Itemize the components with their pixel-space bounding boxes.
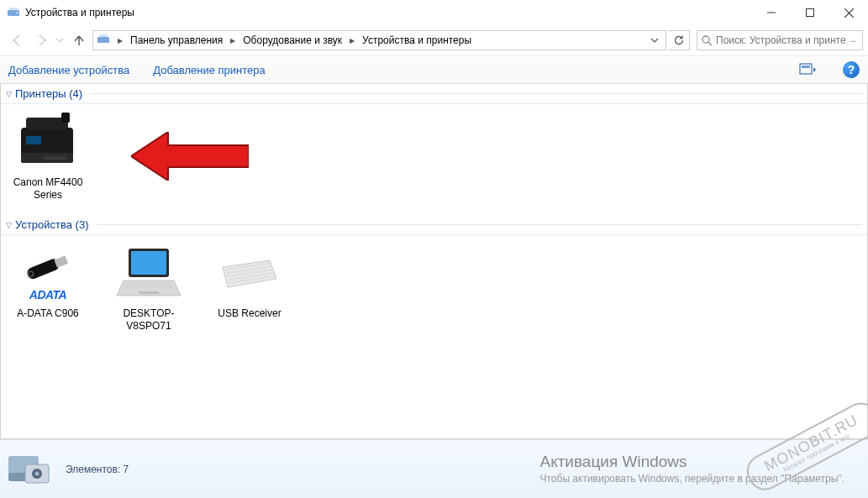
svg-rect-12: [802, 66, 810, 68]
breadcrumb-leaf[interactable]: Устройства и принтеры: [359, 31, 475, 50]
window-controls: [752, 0, 868, 25]
address-dropdown[interactable]: [645, 31, 664, 50]
annotation-arrow: [131, 132, 249, 181]
svg-rect-24: [131, 251, 166, 275]
search-box[interactable]: →: [697, 30, 863, 50]
up-button[interactable]: [67, 29, 91, 52]
maximize-button[interactable]: [791, 0, 829, 25]
command-bar: Добавление устройства Добавление принтер…: [0, 55, 868, 84]
search-input[interactable]: [716, 34, 847, 46]
printer-icon: [14, 113, 82, 173]
svg-point-9: [702, 36, 709, 43]
location-icon: [97, 33, 112, 48]
add-device-button[interactable]: Добавление устройства: [8, 64, 129, 76]
group-title: Принтеры (4): [15, 87, 82, 100]
svg-rect-17: [26, 136, 41, 144]
device-label: Canon MF4400 Series: [8, 176, 88, 202]
adata-logo: ADATA: [29, 288, 66, 301]
chevron-right-icon[interactable]: ▶: [113, 31, 127, 50]
group-header-devices[interactable]: ▽ Устройства (3): [1, 215, 867, 235]
svg-rect-25: [139, 291, 159, 294]
svg-rect-11: [800, 64, 812, 74]
chevron-right-icon[interactable]: ▶: [345, 31, 359, 50]
collapse-icon: ▽: [6, 90, 12, 98]
status-text: Элементов: 7: [66, 464, 129, 475]
device-label: A-DATA C906: [8, 307, 88, 320]
keyboard-icon: [216, 244, 283, 304]
svg-marker-19: [131, 132, 249, 181]
breadcrumb-root[interactable]: Панель управления: [127, 31, 226, 50]
svg-rect-4: [807, 9, 814, 17]
content-pane: ▽ Принтеры (4) Canon MF4400 Series: [0, 84, 868, 439]
usb-drive-icon: ADATA: [14, 244, 82, 304]
window-title: Устройства и принтеры: [25, 7, 752, 18]
group-body-printers: Canon MF4400 Series: [1, 104, 867, 215]
svg-rect-8: [99, 34, 108, 37]
device-item-desktop[interactable]: DESKTOP-V8SPO71: [108, 244, 189, 333]
svg-rect-7: [97, 37, 109, 43]
group-header-printers[interactable]: ▽ Принтеры (4): [1, 84, 867, 104]
view-options-button[interactable]: [797, 60, 819, 79]
device-label: USB Receiver: [209, 307, 290, 320]
add-printer-button[interactable]: Добавление принтера: [153, 64, 265, 76]
chevron-right-icon[interactable]: ▶: [226, 31, 239, 50]
help-button[interactable]: ?: [843, 61, 860, 78]
device-item-printer[interactable]: Canon MF4400 Series: [8, 113, 88, 202]
device-item-receiver[interactable]: USB Receiver: [209, 244, 290, 320]
window-icon: [7, 6, 20, 19]
refresh-button[interactable]: [668, 30, 690, 50]
svg-rect-18: [45, 156, 66, 160]
group-title: Устройства (3): [15, 218, 89, 231]
svg-point-37: [35, 471, 39, 475]
forward-button[interactable]: [30, 29, 54, 52]
collapse-icon: ▽: [6, 221, 12, 229]
history-dropdown[interactable]: [55, 36, 66, 45]
close-button[interactable]: [829, 0, 868, 25]
search-icon: [701, 34, 713, 46]
navigation-row: ▶ Панель управления ▶ Оборудование и зву…: [0, 25, 868, 55]
svg-line-10: [708, 42, 712, 45]
device-item-usb[interactable]: ADATA A-DATA C906: [8, 244, 88, 320]
title-bar: Устройства и принтеры: [0, 0, 868, 25]
svg-point-2: [17, 13, 18, 14]
group-body-devices: ADATA A-DATA C906 DESKTOP-V8SPO71: [1, 235, 867, 346]
search-go-icon[interactable]: →: [847, 36, 859, 45]
svg-rect-16: [61, 113, 70, 123]
minimize-button[interactable]: [752, 0, 791, 25]
back-button[interactable]: [5, 29, 29, 52]
device-label: DESKTOP-V8SPO71: [108, 307, 189, 333]
category-icon: [5, 448, 54, 491]
svg-rect-1: [9, 8, 18, 10]
address-bar[interactable]: ▶ Панель управления ▶ Оборудование и зву…: [92, 30, 666, 50]
laptop-icon: [115, 244, 182, 304]
breadcrumb-mid[interactable]: Оборудование и звук: [239, 31, 345, 50]
details-pane: Элементов: 7: [0, 439, 868, 498]
